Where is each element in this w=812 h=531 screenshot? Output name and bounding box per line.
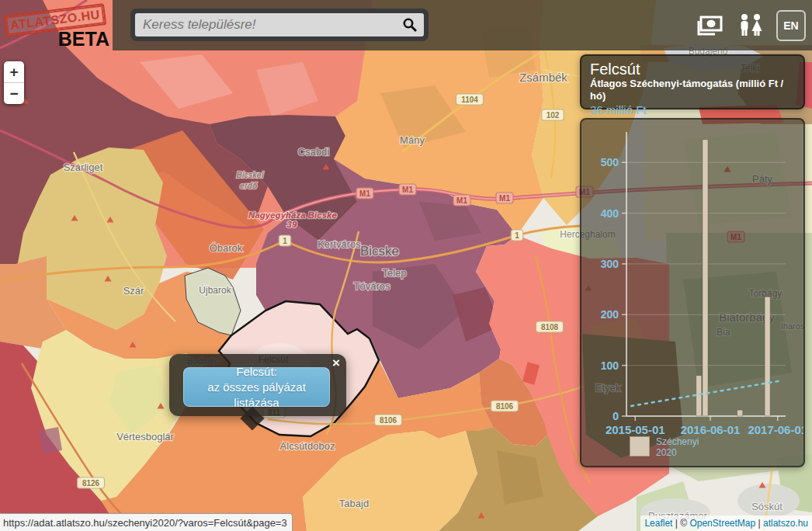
map-label: Alcsútdoboz [280, 440, 335, 452]
people-icon [737, 12, 764, 39]
info-title: Felcsút [590, 61, 795, 78]
y-tick-label: 0 [612, 410, 619, 422]
svg-text:1: 1 [515, 231, 519, 240]
map-label: Tóváros [354, 280, 390, 292]
map-label: 39 [287, 220, 297, 229]
legend-label: Széchenyi 2020 [656, 436, 699, 458]
map-label: Tabajd [339, 498, 369, 509]
svg-text:M1: M1 [499, 194, 510, 203]
svg-text:1104: 1104 [461, 95, 478, 104]
header-icons: EN [692, 0, 806, 50]
svg-text:M1: M1 [359, 189, 370, 198]
svg-text:M1: M1 [402, 186, 413, 194]
svg-text:8106: 8106 [496, 402, 514, 411]
map-label: Bicske [360, 244, 399, 259]
x-tick-label: 2017-06-01 [748, 423, 803, 436]
logo-beta-label: BETA [58, 28, 109, 50]
bar-chart: 01002003004005002015-05-012016-06-012017… [581, 120, 803, 466]
y-tick-label: 300 [601, 258, 619, 270]
popup-line2: az összes pályázat listázása [184, 380, 329, 411]
zoom-control: + − [4, 61, 24, 104]
svg-text:102: 102 [547, 111, 560, 120]
chart-bar[interactable] [765, 297, 770, 416]
info-value: 36 millió Ft [590, 102, 795, 117]
attribution-leaflet-link[interactable]: Leaflet [644, 518, 672, 529]
zoom-in-button[interactable]: + [4, 61, 24, 82]
legend-swatch [630, 436, 650, 456]
chart-bar[interactable] [703, 140, 708, 416]
language-button[interactable]: EN [776, 10, 806, 41]
map-label: Bicskei [237, 170, 264, 179]
map-label: Vértesboglár [116, 431, 174, 442]
map-label: Telep [382, 267, 406, 279]
map-label: Szár [123, 285, 144, 297]
svg-text:M1: M1 [456, 196, 467, 205]
x-tick-label: 2015-05-01 [606, 423, 665, 436]
map-label: Nagyegyháza Bicske [248, 210, 337, 220]
attribution-site-link[interactable]: atlatszo.hu [763, 518, 808, 529]
chart-panel: 01002003004005002015-05-012016-06-012017… [580, 118, 805, 467]
svg-text:1: 1 [283, 237, 287, 245]
popup-close-icon[interactable]: × [332, 356, 340, 371]
y-tick-label: 200 [601, 308, 619, 321]
map-label: Újbarok [199, 284, 231, 296]
svg-text:8126: 8126 [82, 479, 100, 488]
chart-bar[interactable] [696, 376, 702, 416]
map-label: Zsámbék [519, 71, 567, 84]
y-tick-label: 500 [601, 156, 619, 168]
y-tick-label: 100 [601, 359, 619, 372]
chart-bar[interactable] [737, 410, 743, 416]
svg-text:8106: 8106 [380, 416, 397, 425]
map-label: Szárliget [64, 161, 103, 173]
chart-legend: Széchenyi 2020 [630, 436, 699, 458]
info-subtitle: Átlagos Széchenyi-támogatás (millió Ft /… [590, 78, 795, 102]
search-box [130, 9, 429, 41]
map-label: Óbarok [210, 242, 243, 254]
x-tick-label: 2016-06-01 [681, 423, 741, 436]
app-window: M1M1M1M1M1M11104102118106810681088126811… [0, 0, 812, 531]
money-layer-button[interactable] [692, 12, 725, 40]
search-input[interactable] [135, 13, 424, 36]
attribution-osm-link[interactable]: OpenStreetMap [689, 518, 755, 529]
logo[interactable]: ATLATSZO.HU BETA [0, 0, 113, 50]
status-bar-url: https://adat.atlatszo.hu/szechenyi2020/?… [0, 513, 293, 531]
population-layer-button[interactable] [734, 12, 767, 40]
map-label: Csabdi [298, 146, 330, 158]
map-label: Sóskút [751, 501, 783, 512]
svg-text:8108: 8108 [541, 323, 559, 331]
popup-list-button[interactable]: Felcsút: az összes pályázat listázása [183, 367, 330, 407]
search-icon[interactable] [402, 17, 418, 33]
y-tick-label: 400 [601, 207, 619, 220]
info-panel: Felcsút Átlagos Széchenyi-támogatás (mil… [580, 54, 805, 109]
attribution: Leaflet | © OpenStreetMap | atlatszo.hu [640, 515, 812, 531]
zoom-out-button[interactable]: − [4, 82, 24, 104]
map-label: Mány [400, 134, 425, 146]
banknote-icon [694, 13, 724, 38]
map-label: Kertváros [318, 238, 361, 250]
popup-line1: Felcsút: [184, 364, 329, 380]
map-label: erdő [240, 181, 258, 190]
map-popup: × Felcsút: az összes pályázat listázása [169, 354, 346, 416]
